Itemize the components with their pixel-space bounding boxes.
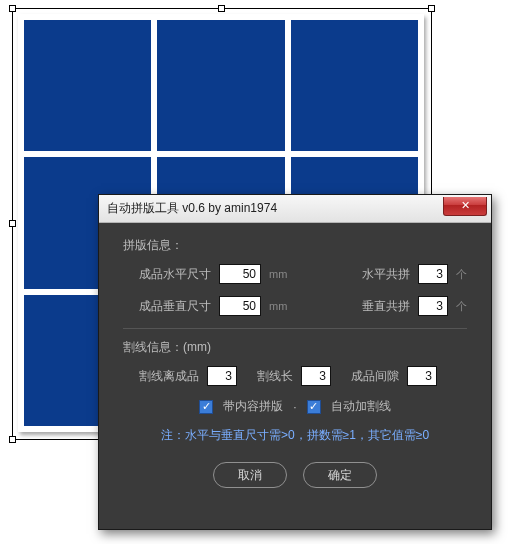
selection-handle[interactable] — [9, 436, 16, 443]
button-row: 取消 确定 — [123, 462, 467, 488]
v-size-unit: mm — [269, 300, 287, 312]
cut-offset-input[interactable] — [207, 366, 237, 386]
tile — [291, 20, 418, 151]
selection-handle[interactable] — [9, 220, 16, 227]
selection-handle[interactable] — [218, 5, 225, 12]
dialog-title: 自动拼版工具 v0.6 by amin1974 — [99, 200, 277, 217]
cancel-button[interactable]: 取消 — [213, 462, 287, 488]
h-count-unit: 个 — [456, 267, 467, 282]
cut-length-input[interactable] — [301, 366, 331, 386]
v-size-label: 成品垂直尺寸 — [139, 298, 211, 315]
titlebar[interactable]: 自动拼版工具 v0.6 by amin1974 ✕ — [99, 195, 491, 223]
ok-button[interactable]: 确定 — [303, 462, 377, 488]
selection-handle[interactable] — [428, 5, 435, 12]
v-count-unit: 个 — [456, 299, 467, 314]
cut-row: 割线离成品 割线长 成品间隙 — [123, 366, 467, 386]
h-count-label: 水平共拼 — [362, 266, 410, 283]
gap-label: 成品间隙 — [351, 368, 399, 385]
h-size-label: 成品水平尺寸 — [139, 266, 211, 283]
options-row: ✓ 带内容拼版 · ✓ 自动加割线 — [123, 398, 467, 415]
cut-section-label: 割线信息：(mm) — [123, 339, 467, 356]
auto-imposition-dialog: 自动拼版工具 v0.6 by amin1974 ✕ 拼版信息： 成品水平尺寸 m… — [98, 194, 492, 530]
auto-cut-checkbox[interactable]: ✓ — [307, 400, 321, 414]
auto-cut-label: 自动加割线 — [331, 398, 391, 415]
close-icon: ✕ — [461, 199, 470, 211]
selection-handle[interactable] — [9, 5, 16, 12]
tile — [24, 20, 151, 151]
divider — [123, 328, 467, 329]
tile — [157, 20, 284, 151]
dialog-body: 拼版信息： 成品水平尺寸 mm 水平共拼 个 成品垂直尺寸 mm 垂直共拼 个 … — [99, 223, 491, 529]
vertical-size-row: 成品垂直尺寸 mm 垂直共拼 个 — [123, 296, 467, 316]
with-content-checkbox[interactable]: ✓ — [199, 400, 213, 414]
v-count-label: 垂直共拼 — [362, 298, 410, 315]
h-size-input[interactable] — [219, 264, 261, 284]
v-count-input[interactable] — [418, 296, 448, 316]
h-count-input[interactable] — [418, 264, 448, 284]
cut-offset-label: 割线离成品 — [139, 368, 199, 385]
cut-length-label: 割线长 — [257, 368, 293, 385]
h-size-unit: mm — [269, 268, 287, 280]
hint-note: 注：水平与垂直尺寸需>0，拼数需≥1，其它值需≥0 — [123, 427, 467, 444]
gap-input[interactable] — [407, 366, 437, 386]
close-button[interactable]: ✕ — [443, 197, 487, 216]
horizontal-size-row: 成品水平尺寸 mm 水平共拼 个 — [123, 264, 467, 284]
separator-dot: · — [293, 400, 296, 414]
with-content-label: 带内容拼版 — [223, 398, 283, 415]
imposition-section-label: 拼版信息： — [123, 237, 467, 254]
v-size-input[interactable] — [219, 296, 261, 316]
